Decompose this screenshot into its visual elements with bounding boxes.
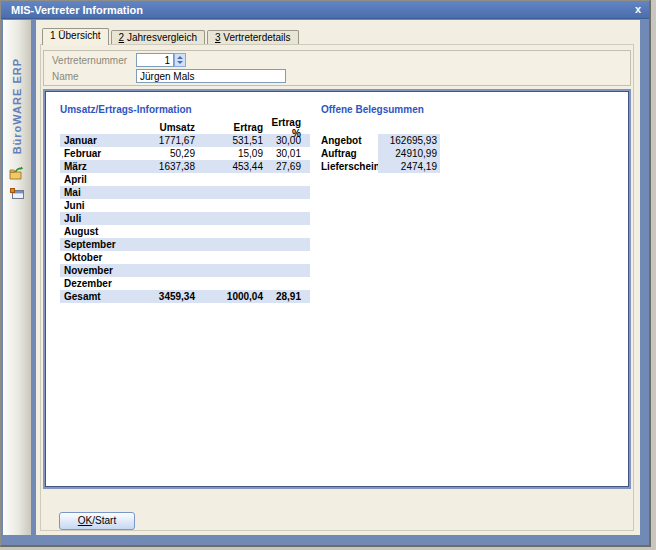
- spinner-down-icon[interactable]: [177, 61, 183, 64]
- table-row: März 1637,38 453,44 27,69: [60, 160, 310, 173]
- month-label: Dezember: [60, 278, 142, 289]
- header-ertrag: Ertrag: [195, 122, 263, 133]
- ok-mnemonic: OK: [78, 515, 92, 526]
- umsatz-value: 3459,34: [142, 291, 195, 302]
- tab-strip: 1 Übersicht 2 Jahresvergleich 3 Vertrete…: [42, 28, 634, 45]
- beleg-row: Lieferschein 2474,19: [321, 160, 443, 173]
- vertreternummer-spinner[interactable]: [174, 53, 186, 67]
- sidebar: BüroWARE ERP: [3, 20, 31, 535]
- window-title: MIS-Vertreter Information: [11, 4, 143, 16]
- table-row: Februar 50,29 15,09 30,01: [60, 147, 310, 160]
- ok-start-button[interactable]: OK/Start: [59, 512, 135, 530]
- month-label: Oktober: [60, 252, 142, 263]
- umsatz-ertrag-table: Umsatz/Ertrags-Information Umsatz Ertrag…: [60, 104, 310, 487]
- ertrag-pct-value: 27,69: [263, 161, 301, 172]
- month-label: März: [60, 161, 142, 172]
- content-area: 1 Übersicht 2 Jahresvergleich 3 Vertrete…: [36, 20, 640, 535]
- header-umsatz: Umsatz: [142, 122, 195, 133]
- month-label: Juni: [60, 200, 142, 211]
- umsatz-value: 50,29: [142, 148, 195, 159]
- mis-vertreter-window: MIS-Vertreter Information x BüroWARE ERP: [0, 0, 651, 547]
- table-row: Dezember: [60, 277, 310, 290]
- beleg-value: 24910,99: [378, 147, 440, 160]
- month-label: November: [60, 265, 142, 276]
- beleg-label: Lieferschein: [321, 161, 378, 172]
- name-input[interactable]: [136, 69, 286, 83]
- ertrag-pct-value: 30,01: [263, 148, 301, 159]
- brand-logo: BüroWARE ERP: [11, 58, 23, 154]
- ertrag-pct-value: 30,00: [263, 135, 301, 146]
- folder-export-icon[interactable]: [9, 166, 25, 182]
- table-row: August: [60, 225, 310, 238]
- ertrag-value: 15,09: [195, 148, 263, 159]
- beleg-row: Angebot 162695,93: [321, 134, 443, 147]
- ok-rest: /Start: [92, 515, 116, 526]
- month-label: Februar: [60, 148, 142, 159]
- ertrag-value: 1000,04: [195, 291, 263, 302]
- vertreternummer-input[interactable]: [136, 53, 174, 67]
- close-icon[interactable]: x: [635, 1, 641, 18]
- vertreter-form-panel: Vertreternummer Name: [43, 50, 631, 86]
- table-row: November: [60, 264, 310, 277]
- title-bar[interactable]: MIS-Vertreter Information x: [1, 1, 649, 19]
- spinner-up-icon[interactable]: [177, 56, 183, 59]
- ertrag-pct-value: 28,91: [263, 291, 301, 302]
- tab-page-uebersicht: Vertreternummer Name Umsatz/Er: [40, 44, 634, 531]
- beleg-value: 162695,93: [378, 134, 440, 147]
- beleg-value: 2474,19: [378, 160, 440, 173]
- window-task-icon[interactable]: [9, 185, 25, 201]
- tab-vertreterdetails[interactable]: 3 Vertreterdetails: [207, 30, 299, 45]
- umsatz-table-rows: Januar 1771,67 531,51 30,00 Februar 50,2…: [60, 134, 310, 303]
- table-row: Oktober: [60, 251, 310, 264]
- tab-label: Vertreterdetails: [221, 32, 291, 43]
- month-label: August: [60, 226, 142, 237]
- vertreternummer-label: Vertreternummer: [52, 55, 136, 66]
- table-row: September: [60, 238, 310, 251]
- table-row: Juli: [60, 212, 310, 225]
- tab-label: Übersicht: [56, 30, 101, 41]
- month-label: September: [60, 239, 142, 250]
- month-label: April: [60, 174, 142, 185]
- month-label: Juli: [60, 213, 142, 224]
- ertrag-value: 531,51: [195, 135, 263, 146]
- table-row: April: [60, 173, 310, 186]
- name-label: Name: [52, 71, 136, 82]
- data-panel: Umsatz/Ertrags-Information Umsatz Ertrag…: [43, 89, 631, 489]
- window-body: BüroWARE ERP: [3, 20, 640, 535]
- belegsummen-table: Offene Belegsummen Angebot 162695,93: [321, 104, 443, 487]
- beleg-label: Angebot: [321, 135, 378, 146]
- beleg-label: Auftrag: [321, 148, 378, 159]
- month-label: Gesamt: [60, 291, 142, 302]
- month-label: Januar: [60, 135, 142, 146]
- belegsummen-title: Offene Belegsummen: [321, 104, 443, 116]
- beleg-row: Auftrag 24910,99: [321, 147, 443, 160]
- table-row: Gesamt 3459,34 1000,04 28,91: [60, 290, 310, 303]
- tab-uebersicht[interactable]: 1 Übersicht: [42, 28, 109, 45]
- belegsummen-rows: Angebot 162695,93 Auftrag 24910,99: [321, 134, 443, 173]
- table-row: Mai: [60, 186, 310, 199]
- table-row: Juni: [60, 199, 310, 212]
- umsatz-table-header: Umsatz Ertrag Ertrag %: [60, 121, 310, 134]
- umsatz-value: 1771,67: [142, 135, 195, 146]
- table-row: Januar 1771,67 531,51 30,00: [60, 134, 310, 147]
- tab-label: Jahresvergleich: [124, 32, 197, 43]
- month-label: Mai: [60, 187, 142, 198]
- footer-bar: OK/Start: [42, 510, 632, 530]
- ertrag-value: 453,44: [195, 161, 263, 172]
- tab-jahresvergleich[interactable]: 2 Jahresvergleich: [111, 30, 205, 45]
- umsatz-table-title: Umsatz/Ertrags-Information: [60, 104, 310, 116]
- umsatz-value: 1637,38: [142, 161, 195, 172]
- belegsummen-spacer: [321, 121, 443, 134]
